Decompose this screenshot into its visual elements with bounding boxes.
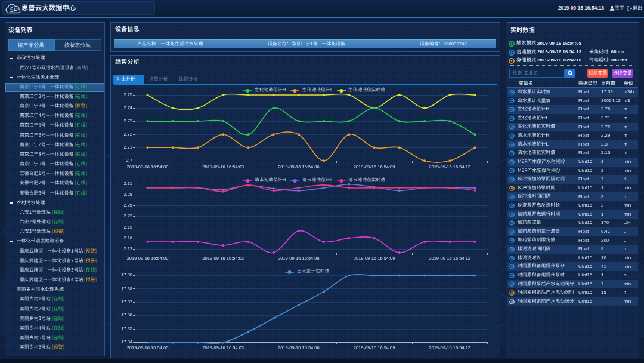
svg-text:P: P: [14, 7, 18, 14]
